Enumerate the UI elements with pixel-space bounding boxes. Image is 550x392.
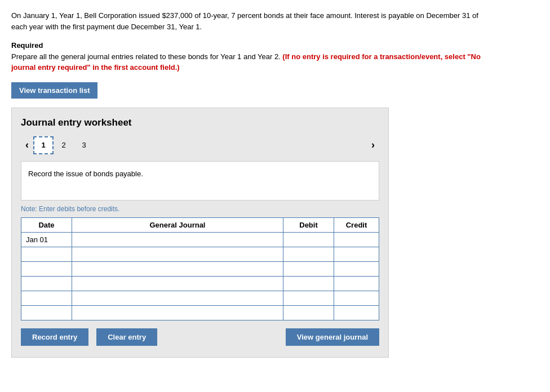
table-row-date-2 <box>21 261 72 276</box>
note-text: Note: Enter debits before credits. <box>21 205 379 213</box>
table-row-credit-1[interactable] <box>334 247 379 261</box>
table-row-debit-5[interactable] <box>283 305 334 320</box>
debit-input-3[interactable] <box>283 277 334 291</box>
table-row-credit-5[interactable] <box>334 305 379 320</box>
instruction-text: Record the issue of bonds payable. <box>28 170 143 178</box>
journal-input-4[interactable] <box>72 291 283 305</box>
view-general-journal-button[interactable]: View general journal <box>286 328 379 346</box>
table-row-debit-1[interactable] <box>283 247 334 261</box>
record-entry-button[interactable]: Record entry <box>21 328 88 346</box>
tab-prev-arrow[interactable]: ‹ <box>21 137 33 153</box>
journal-input-1[interactable] <box>72 247 283 261</box>
required-label: Required <box>11 41 43 50</box>
table-row-journal-0[interactable] <box>72 232 283 247</box>
instruction-box: Record the issue of bonds payable. <box>21 161 379 201</box>
table-row-date-3 <box>21 276 72 291</box>
journal-input-2[interactable] <box>72 262 283 276</box>
view-transaction-button[interactable]: View transaction list <box>11 82 97 99</box>
col-header-debit: Debit <box>283 217 334 232</box>
journal-input-5[interactable] <box>72 306 283 320</box>
table-row-journal-4[interactable] <box>72 291 283 305</box>
table-row-credit-4[interactable] <box>334 291 379 305</box>
debit-input-2[interactable] <box>283 262 334 276</box>
journal-input-3[interactable] <box>72 277 283 291</box>
table-row-credit-0[interactable] <box>334 232 379 247</box>
tabs-row: ‹ 1 2 3 › <box>21 136 379 154</box>
table-row-date-4 <box>21 291 72 305</box>
credit-input-3[interactable] <box>334 277 379 291</box>
tab-2[interactable]: 2 <box>54 136 74 154</box>
credit-input-4[interactable] <box>334 291 379 305</box>
table-row-debit-0[interactable] <box>283 232 334 247</box>
col-header-date: Date <box>21 217 72 232</box>
journal-input-0[interactable] <box>72 233 283 247</box>
credit-input-5[interactable] <box>334 306 379 320</box>
debit-input-0[interactable] <box>283 233 334 247</box>
col-header-credit: Credit <box>334 217 379 232</box>
table-row-debit-3[interactable] <box>283 276 334 291</box>
table-row-journal-5[interactable] <box>72 305 283 320</box>
table-row-debit-4[interactable] <box>283 291 334 305</box>
table-row-debit-2[interactable] <box>283 261 334 276</box>
credit-input-2[interactable] <box>334 262 379 276</box>
buttons-row: Record entry Clear entry View general jo… <box>21 328 379 346</box>
table-row-credit-3[interactable] <box>334 276 379 291</box>
table-row-date-1 <box>21 247 72 261</box>
intro-text: On January 1, Year 1, Bell Corporation i… <box>11 10 496 32</box>
table-row-credit-2[interactable] <box>334 261 379 276</box>
table-row-journal-2[interactable] <box>72 261 283 276</box>
tab-1[interactable]: 1 <box>33 136 54 154</box>
col-header-journal: General Journal <box>72 217 283 232</box>
clear-entry-button[interactable]: Clear entry <box>96 328 157 346</box>
credit-input-0[interactable] <box>334 233 379 247</box>
tab-next-arrow[interactable]: › <box>367 137 379 153</box>
debit-input-1[interactable] <box>283 247 334 261</box>
tab-3[interactable]: 3 <box>74 136 94 154</box>
worksheet-title: Journal entry worksheet <box>21 117 379 128</box>
debit-input-4[interactable] <box>283 291 334 305</box>
worksheet-container: Journal entry worksheet ‹ 1 2 3 › Record… <box>11 108 389 358</box>
journal-table: Date General Journal Debit Credit Jan 01 <box>21 217 379 320</box>
debit-input-5[interactable] <box>283 306 334 320</box>
table-row-journal-1[interactable] <box>72 247 283 261</box>
table-row-journal-3[interactable] <box>72 276 283 291</box>
table-row-date-5 <box>21 305 72 320</box>
credit-input-1[interactable] <box>334 247 379 261</box>
required-text: Prepare all the general journal entries … <box>11 51 496 73</box>
table-row-date-0: Jan 01 <box>21 232 72 247</box>
